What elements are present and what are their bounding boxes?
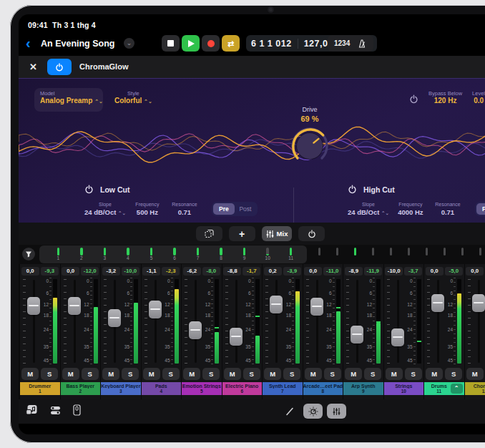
mix-view-button[interactable]: Mix bbox=[262, 226, 293, 241]
peak-level-readout[interactable]: -3,7 bbox=[404, 267, 422, 276]
fader-track[interactable] bbox=[269, 278, 283, 365]
solo-button[interactable]: S bbox=[122, 368, 139, 380]
low-cut-resonance[interactable]: Resonance 0.71 bbox=[169, 202, 200, 216]
play-button[interactable] bbox=[182, 35, 200, 52]
low-cut-slope[interactable]: Slope 24 dB/Oct ⌃⌄ bbox=[84, 202, 126, 216]
post-button[interactable]: Post bbox=[235, 203, 256, 215]
peak-level-readout[interactable]: -5,0 bbox=[445, 267, 463, 276]
overview-mini-channel[interactable] bbox=[418, 247, 436, 255]
back-button[interactable]: ‹ bbox=[26, 35, 31, 51]
track-name-label[interactable]: Arp Synth 9 ⌃ bbox=[343, 382, 383, 395]
stack-expand-chevron-icon[interactable]: ⌃ bbox=[451, 384, 463, 394]
record-button[interactable] bbox=[202, 35, 220, 52]
mute-button[interactable]: M bbox=[183, 368, 200, 380]
overview-mini-channel[interactable] bbox=[400, 247, 418, 255]
mute-button[interactable]: M bbox=[224, 368, 241, 380]
overview-mini-channel[interactable] bbox=[382, 247, 400, 255]
fader-track[interactable] bbox=[107, 278, 122, 365]
mute-button[interactable]: M bbox=[386, 368, 403, 380]
pre-button[interactable]: Pre bbox=[476, 203, 485, 215]
solo-button[interactable]: S bbox=[405, 368, 422, 380]
regions-copy-button[interactable] bbox=[196, 226, 222, 241]
track-name-label[interactable]: Electric Piano 6 ⌃ bbox=[222, 382, 263, 395]
peak-level-readout[interactable]: -11,9 bbox=[364, 267, 382, 276]
loops-library-icon[interactable] bbox=[26, 404, 38, 416]
mute-button[interactable]: M bbox=[345, 368, 362, 380]
bypass-below-control[interactable]: Bypass Below 120 Hz bbox=[428, 90, 462, 104]
add-track-button[interactable]: + bbox=[229, 226, 255, 241]
track-name-label[interactable]: Bass Player 2 ⌃ bbox=[61, 382, 101, 395]
model-selector[interactable]: Model Analog Preamp ⌃⌄ bbox=[34, 88, 103, 112]
mixer-power-button[interactable] bbox=[298, 226, 325, 241]
high-cut-slope[interactable]: Slope 24 dB/Oct ⌃⌄ bbox=[348, 202, 389, 216]
mute-button[interactable]: M bbox=[62, 368, 79, 380]
overview-mini-channel[interactable]: 5 bbox=[139, 247, 163, 263]
solo-button[interactable]: S bbox=[324, 368, 341, 380]
overview-mini-channel[interactable]: 2 bbox=[70, 247, 94, 263]
high-cut-power-icon[interactable] bbox=[348, 185, 357, 194]
track-name-label[interactable]: Drummer 1 ⌃ bbox=[20, 382, 60, 395]
controls-view-button[interactable] bbox=[303, 404, 323, 419]
mute-button[interactable]: M bbox=[264, 368, 281, 380]
volume-readout[interactable]: -3,2 bbox=[102, 267, 120, 276]
overview-mini-channel[interactable]: 4 bbox=[117, 247, 140, 263]
peak-level-readout[interactable]: -3,9 bbox=[283, 267, 301, 276]
fader-handle[interactable] bbox=[351, 326, 363, 344]
track-name-label[interactable]: Synth Lead 7 ⌃ bbox=[263, 382, 303, 395]
fader-handle[interactable] bbox=[472, 294, 485, 312]
drive-knob[interactable] bbox=[288, 125, 331, 167]
mute-button[interactable]: M bbox=[21, 368, 39, 380]
fader-handle[interactable] bbox=[149, 301, 162, 318]
volume-readout[interactable]: -10,0 bbox=[385, 267, 403, 276]
fader-track[interactable] bbox=[310, 278, 324, 365]
level-control[interactable]: Level 0.0 bbox=[472, 90, 485, 104]
high-cut-frequency[interactable]: Frequency 4000 Hz bbox=[395, 202, 426, 216]
count-in-button[interactable]: 1234 bbox=[334, 39, 350, 47]
overview-mini-channel[interactable]: 9 bbox=[232, 247, 256, 263]
fader-track[interactable] bbox=[471, 278, 485, 365]
solo-button[interactable]: S bbox=[41, 368, 58, 380]
fader-track[interactable] bbox=[229, 278, 243, 365]
fader-track[interactable] bbox=[148, 278, 162, 365]
fader-track[interactable] bbox=[431, 278, 445, 365]
fader-handle[interactable] bbox=[108, 309, 121, 327]
track-name-label[interactable]: Arcade…eet Pad 8 ⌃ bbox=[303, 382, 343, 395]
fader-track[interactable] bbox=[188, 278, 202, 365]
mute-button[interactable]: M bbox=[426, 368, 443, 380]
close-plugin-icon[interactable]: ✕ bbox=[29, 62, 37, 72]
track-name-label[interactable]: Strings 10 ⌃ bbox=[384, 382, 424, 395]
overview-mini-channel[interactable]: 1 bbox=[46, 247, 70, 263]
pre-button[interactable]: Pre bbox=[213, 203, 235, 215]
plugin-power-button[interactable] bbox=[47, 59, 72, 75]
peak-level-readout[interactable]: -8,0 bbox=[202, 267, 220, 276]
fader-track[interactable] bbox=[350, 278, 364, 365]
pencil-edit-icon[interactable] bbox=[285, 406, 295, 417]
volume-readout[interactable]: -8,8 bbox=[223, 267, 241, 276]
title-chevron-down-icon[interactable]: ⌄ bbox=[124, 38, 134, 49]
stop-button[interactable] bbox=[162, 35, 180, 52]
mute-button[interactable]: M bbox=[466, 368, 484, 380]
track-name-label[interactable]: Chorus V 12 ⌃ bbox=[465, 382, 485, 395]
peak-level-readout[interactable]: -2,3 bbox=[162, 267, 180, 276]
solo-button[interactable]: S bbox=[243, 368, 260, 380]
volume-readout[interactable]: 0,0 bbox=[426, 267, 444, 276]
peak-level-readout[interactable]: -1,7 bbox=[242, 267, 260, 276]
track-name-label[interactable]: Pads 4 ⌃ bbox=[142, 382, 182, 395]
overview-mini-channel[interactable] bbox=[346, 247, 364, 255]
high-cut-resonance[interactable]: Resonance 0.71 bbox=[432, 202, 464, 216]
solo-button[interactable]: S bbox=[364, 368, 381, 380]
mute-button[interactable]: M bbox=[305, 368, 322, 380]
solo-button[interactable]: S bbox=[202, 368, 220, 380]
fader-handle[interactable] bbox=[27, 297, 40, 315]
overview-mini-channel[interactable]: 11 bbox=[279, 247, 303, 263]
volume-readout[interactable]: -8,9 bbox=[345, 267, 363, 276]
solo-button[interactable]: S bbox=[445, 368, 462, 380]
fader-handle[interactable] bbox=[189, 321, 202, 339]
solo-button[interactable]: S bbox=[162, 368, 180, 380]
fader-track[interactable] bbox=[391, 278, 405, 365]
track-name-label[interactable]: Drums 11 ⌃ bbox=[424, 382, 464, 395]
track-name-label[interactable]: Keyboard Player 3 ⌃ bbox=[101, 382, 141, 395]
overview-mini-channel[interactable] bbox=[454, 247, 471, 255]
overview-mini-channel[interactable] bbox=[471, 247, 485, 255]
overview-mini-channel[interactable] bbox=[436, 247, 454, 255]
